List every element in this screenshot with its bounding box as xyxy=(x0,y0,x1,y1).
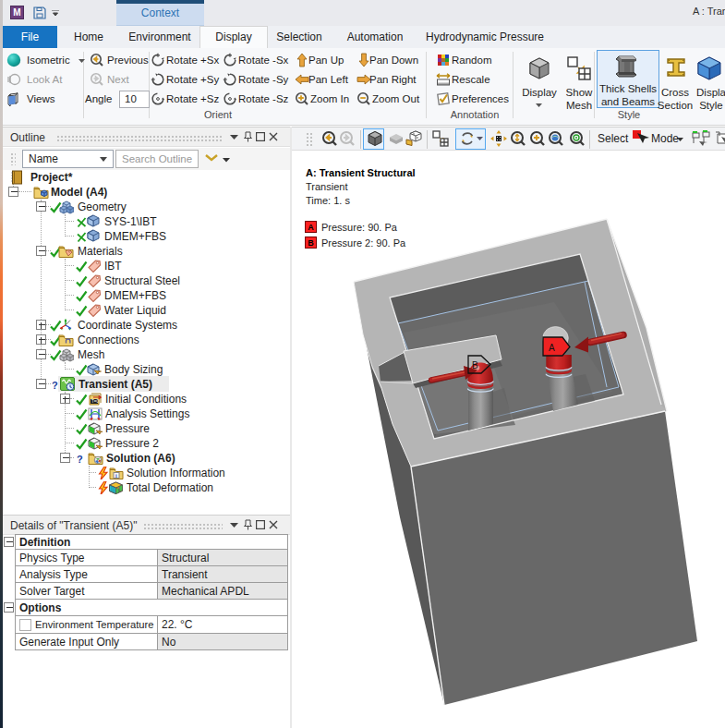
svg-text:B: B xyxy=(472,360,478,370)
svg-text:A: A xyxy=(549,343,555,353)
svg-text:T=0: T=0 xyxy=(91,399,99,404)
